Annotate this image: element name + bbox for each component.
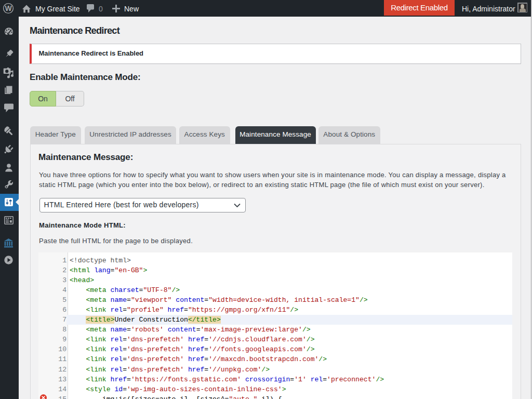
svg-text:W: W <box>5 4 12 12</box>
